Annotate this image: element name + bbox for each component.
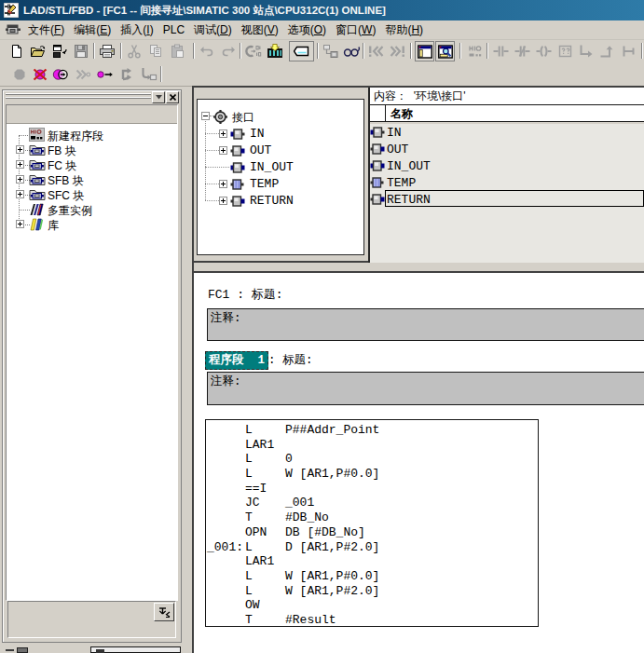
interface-item-RETURN[interactable]: RETURN [198, 192, 363, 209]
toolbar-button-resume[interactable] [95, 64, 116, 85]
toolbar-button-contact-no[interactable] [490, 41, 511, 61]
toolbar-button-open-block[interactable] [49, 41, 70, 61]
menu-plc[interactable]: PLC [158, 21, 189, 39]
interface-root[interactable]: 接口 [198, 108, 363, 125]
toolbar-button-new-network[interactable] [465, 41, 486, 61]
mnemonic: T [245, 613, 285, 628]
mdi-document-icon[interactable] [6, 23, 21, 36]
interface-item-TEMP[interactable]: TEMP [198, 175, 363, 192]
stl-statement[interactable]: LW [AR1,P#0.0] [206, 467, 538, 482]
stl-statement[interactable]: LW [AR1,P#2.0] [206, 584, 538, 599]
toolbar-button-set-breakpoint[interactable] [9, 64, 30, 85]
menu-edit[interactable]: 编辑(E) [69, 21, 116, 39]
network-label-selected[interactable]: 程序段 1 [205, 351, 268, 370]
toolbar-button-copy[interactable] [145, 41, 166, 61]
menu-file[interactable]: 文件(F) [23, 21, 69, 39]
palette-item-FB 块[interactable]: FB 块 [7, 143, 177, 157]
palette-grip[interactable] [6, 97, 151, 99]
stl-statement[interactable]: L0 [206, 452, 538, 467]
stl-statement-box[interactable]: LP##Addr_PointLAR1L0LW [AR1,P#0.0]==IJC_… [205, 419, 539, 627]
toolbar-button-t-branch[interactable] [619, 41, 639, 61]
stl-statement[interactable]: _001:LD [AR1,P#2.0] [206, 540, 538, 555]
variable-row-OUT[interactable]: OUT [370, 141, 644, 157]
toolbar-button-overview-window[interactable] [415, 41, 434, 61]
palette-item-新建程序段[interactable]: 新建程序段 [7, 128, 177, 143]
toolbar-button-symbol-tag[interactable] [289, 41, 314, 61]
interface-item-IN[interactable]: IN [198, 125, 363, 142]
stl-statement[interactable]: T#DB_No [206, 510, 538, 525]
stl-statement[interactable]: OPNDB [#DB_No] [206, 525, 538, 540]
stl-statement[interactable]: ==I [206, 482, 538, 497]
toolbar-button-contact-nc[interactable] [512, 41, 532, 61]
toolbar-button-new[interactable] [7, 41, 27, 61]
expand-icon[interactable] [16, 160, 24, 169]
stl-statement[interactable]: JC_001 [206, 496, 538, 510]
toolbar-button-monitor[interactable] [341, 41, 362, 61]
menu-options[interactable]: 选项(O) [283, 21, 331, 39]
cut-icon [127, 44, 142, 59]
palette-item-SFC 块[interactable]: SFC 块 [7, 187, 177, 202]
network-comment-box[interactable]: 注释: [207, 372, 644, 405]
expand-icon[interactable] [219, 197, 227, 205]
palette-close-button[interactable] [166, 91, 179, 103]
toolbar-button-open-branch[interactable] [576, 41, 596, 61]
palette-grip[interactable] [6, 93, 151, 95]
palette-item-SFB 块[interactable]: SFB 块 [7, 172, 177, 187]
toolbar-button-paste[interactable] [167, 41, 187, 61]
menu-help[interactable]: 帮助(H) [380, 21, 428, 39]
palette-item-库[interactable]: 库 [7, 217, 177, 232]
block-comment-box[interactable]: 注释: [207, 308, 644, 341]
expand-icon[interactable] [16, 145, 24, 154]
toolbar-button-save[interactable] [71, 41, 91, 61]
pal-lib-icon [29, 217, 45, 231]
menu-debug[interactable]: 调试(D) [189, 21, 237, 39]
stl-statement[interactable]: LP##Addr_Point [206, 423, 538, 438]
toolbar-button-next-statement[interactable] [73, 64, 93, 85]
expand-icon[interactable] [16, 220, 24, 228]
toolbar-button-redo[interactable] [218, 41, 239, 61]
toolbar-button-close-branch[interactable] [597, 41, 618, 61]
palette-item-多重实例[interactable]: 多重实例 [7, 202, 177, 217]
expand-icon[interactable] [219, 146, 227, 155]
toolbar-button-download[interactable] [265, 41, 285, 61]
code-pane[interactable]: FC1 : 标题: 注释: 程序段 1: 标题: 注释: LP##Addr_Po… [194, 271, 644, 653]
toolbar-button-coil[interactable] [533, 41, 554, 61]
toolbar-button-step-into[interactable] [138, 64, 158, 85]
toolbar-button-breakpoints-active[interactable] [50, 64, 71, 85]
interface-item-OUT[interactable]: OUT [198, 142, 363, 158]
toolbar-button-goto-next-error[interactable] [387, 41, 407, 61]
toolbar-button-goto-prev-error[interactable] [365, 41, 386, 61]
toolbar-button-empty-box[interactable] [555, 41, 575, 61]
expand-icon[interactable] [16, 175, 24, 184]
collapse-description-button[interactable] [154, 603, 174, 621]
expand-icon[interactable] [219, 180, 227, 188]
toolbar-button-cut[interactable] [124, 41, 144, 61]
variable-row-TEMP[interactable]: TEMP [370, 174, 644, 191]
toolbar-button-detail-window[interactable] [435, 41, 455, 61]
expand-icon[interactable] [16, 190, 24, 198]
menu-view[interactable]: 视图(V) [237, 21, 283, 39]
toolbar-button-undo[interactable] [197, 41, 217, 61]
menu-window[interactable]: 窗口(W) [331, 21, 380, 39]
toolbar-button-compare[interactable] [243, 41, 264, 61]
menu-insert[interactable]: 插入(I) [116, 21, 158, 39]
variable-row-IN[interactable]: IN [370, 124, 644, 141]
stl-statement[interactable]: OW [206, 598, 538, 613]
stl-statement[interactable]: T#Result [206, 613, 538, 628]
toolbar-button-print[interactable] [97, 41, 117, 61]
toolbar-button-delete-breakpoints[interactable] [30, 64, 50, 85]
stl-statement[interactable]: LAR1 [206, 438, 538, 453]
stl-statement[interactable]: LW [AR1,P#0.0] [206, 569, 538, 584]
variable-row-RETURN[interactable]: RETURN [370, 191, 644, 208]
toolbar-button-network-conn[interactable] [320, 41, 340, 61]
expand-icon[interactable] [219, 129, 227, 138]
variable-row-IN_OUT[interactable]: IN_OUT [370, 157, 644, 174]
interface-item-IN_OUT[interactable]: IN_OUT [198, 158, 363, 175]
collapse-icon[interactable] [201, 112, 210, 120]
palette-item-FC 块[interactable]: FC 块 [7, 157, 177, 172]
toolbar-button-execute-calls[interactable] [117, 64, 138, 85]
palette-menu-button[interactable] [152, 91, 165, 103]
stl-statement[interactable]: LAR1 [206, 554, 538, 569]
toolbar-button-open[interactable] [28, 41, 48, 61]
block-title-line[interactable]: FC1 : 标题: [208, 286, 283, 303]
